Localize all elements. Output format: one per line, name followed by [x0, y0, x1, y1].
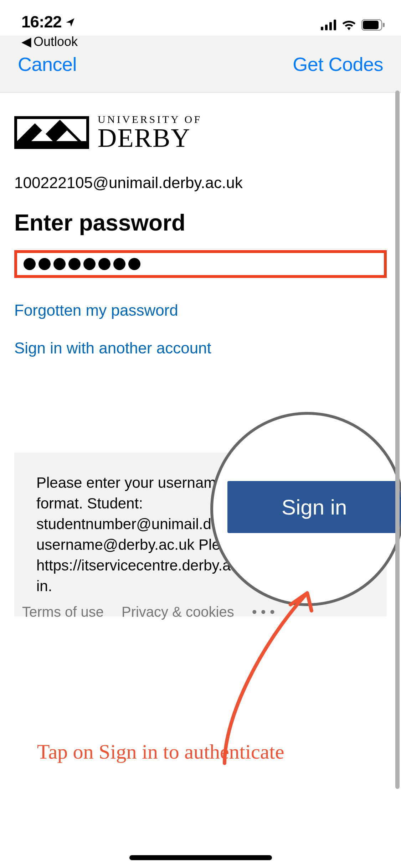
magnifier-callout: Sign in: [210, 412, 401, 606]
annotation-text: Tap on Sign in to authenticate: [37, 740, 284, 764]
battery-icon: [361, 19, 385, 32]
page-title: Enter password: [14, 210, 387, 236]
svg-rect-3: [334, 20, 336, 30]
get-codes-button[interactable]: Get Codes: [293, 53, 383, 75]
status-bar: 16:22 ◀ Outlook: [0, 0, 401, 36]
cellular-icon: [321, 20, 336, 32]
sign-in-button[interactable]: Sign in: [227, 481, 401, 533]
privacy-cookies-link[interactable]: Privacy & cookies: [122, 604, 234, 620]
logo-line2: DERBY: [98, 125, 202, 151]
location-icon: [65, 12, 75, 31]
cancel-button[interactable]: Cancel: [18, 53, 77, 75]
back-to-outlook-link[interactable]: ◀ Outlook: [21, 34, 78, 49]
password-mask: [24, 258, 377, 270]
status-time: 16:22: [21, 12, 62, 31]
back-app-label: Outlook: [34, 34, 78, 49]
terms-of-use-link[interactable]: Terms of use: [22, 604, 104, 620]
sign-in-another-account-link[interactable]: Sign in with another account: [14, 339, 387, 357]
email-display: 100222105@unimail.derby.ac.uk: [14, 174, 387, 192]
svg-rect-0: [321, 27, 323, 30]
org-logo: UNIVERSITY OF DERBY: [14, 114, 387, 151]
scroll-indicator[interactable]: [395, 91, 400, 789]
forgot-password-link[interactable]: Forgotten my password: [14, 301, 387, 319]
svg-rect-5: [363, 21, 379, 29]
status-left-group: 16:22 ◀ Outlook: [21, 12, 78, 49]
back-chevron-icon: ◀: [21, 35, 31, 48]
status-right-group: [321, 12, 385, 32]
more-icon[interactable]: • • •: [252, 604, 275, 620]
content-area: UNIVERSITY OF DERBY 100222105@unimail.de…: [0, 93, 401, 616]
mountain-logo-icon: [14, 116, 89, 149]
wifi-icon: [341, 20, 356, 32]
password-input[interactable]: [14, 250, 387, 278]
svg-rect-1: [325, 25, 328, 30]
footer-links: Terms of use Privacy & cookies • • •: [22, 604, 275, 620]
svg-rect-6: [383, 23, 385, 27]
home-indicator[interactable]: [129, 855, 272, 860]
svg-rect-2: [329, 22, 332, 30]
